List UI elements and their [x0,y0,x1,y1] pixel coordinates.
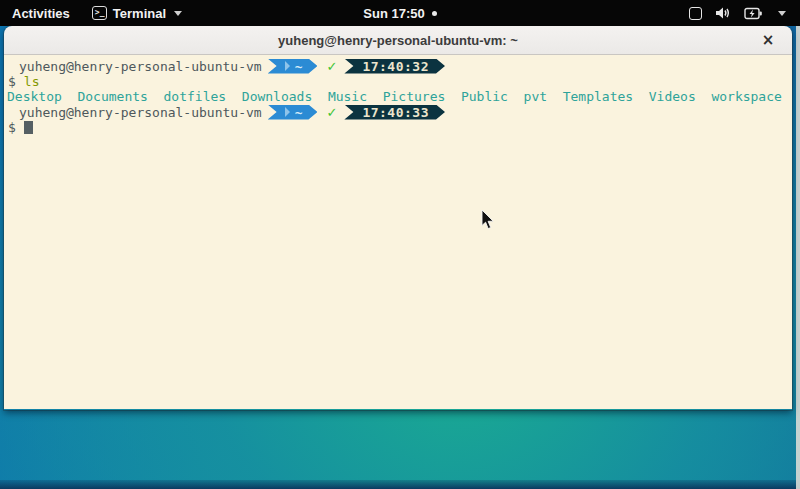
prompt-user-host: yuheng@henry-personal-ubuntu-vm [8,59,262,74]
system-status-area[interactable] [689,6,800,20]
prompt-line-2: yuheng@henry-personal-ubuntu-vm ~ ✓ 17:4… [8,104,792,120]
volume-icon [715,6,731,20]
prompt-cwd: ~ [295,105,303,120]
segment-chevron-icon [285,61,290,71]
input-line[interactable]: $ [8,120,792,135]
battery-charging-icon [744,7,763,20]
prompt-time-segment: 17:40:32 [344,59,445,74]
ls-output: Desktop Documents dotfiles Downloads Mus… [7,89,792,104]
exit-status-check-icon: ✓ [326,59,337,74]
activities-button[interactable]: Activities [0,0,82,26]
typed-command: ls [24,74,40,89]
segment-chevron-icon [285,107,290,117]
close-button[interactable]: × [758,30,778,50]
exit-status-check-icon: ✓ [326,105,337,120]
window-title: yuheng@henry-personal-ubuntu-vm: ~ [278,33,518,48]
window-titlebar[interactable]: yuheng@henry-personal-ubuntu-vm: ~ × [4,26,792,55]
system-menu-chevron-icon [778,11,786,16]
prompt-symbol: $ [8,74,16,89]
command-line: $ ls [8,74,792,89]
prompt-cwd-segment: ~ [268,59,318,74]
screen-edge-strip [796,26,800,489]
prompt-time-segment: 17:40:33 [344,105,445,120]
prompt-cwd: ~ [295,59,303,74]
chevron-down-icon [174,11,182,16]
app-menu-label: Terminal [113,6,166,21]
screen-orientation-icon [689,7,702,20]
prompt-user-host: yuheng@henry-personal-ubuntu-vm [8,105,262,120]
prompt-cwd-segment: ~ [268,105,318,120]
terminal-app-icon: >_ [92,6,107,20]
top-bar-left: Activities >_ Terminal [0,0,192,26]
terminal-window: yuheng@henry-personal-ubuntu-vm: ~ × yuh… [4,26,792,410]
app-menu-terminal[interactable]: >_ Terminal [82,0,192,26]
text-cursor [24,121,33,134]
prompt-line-1: yuheng@henry-personal-ubuntu-vm ~ ✓ 17:4… [8,58,792,74]
prompt-symbol: $ [8,120,16,135]
notification-dot-icon [432,11,437,16]
top-bar: Activities >_ Terminal Sun 17:50 [0,0,800,26]
clock-button[interactable]: Sun 17:50 [363,6,424,21]
terminal-screen[interactable]: yuheng@henry-personal-ubuntu-vm ~ ✓ 17:4… [4,55,792,409]
